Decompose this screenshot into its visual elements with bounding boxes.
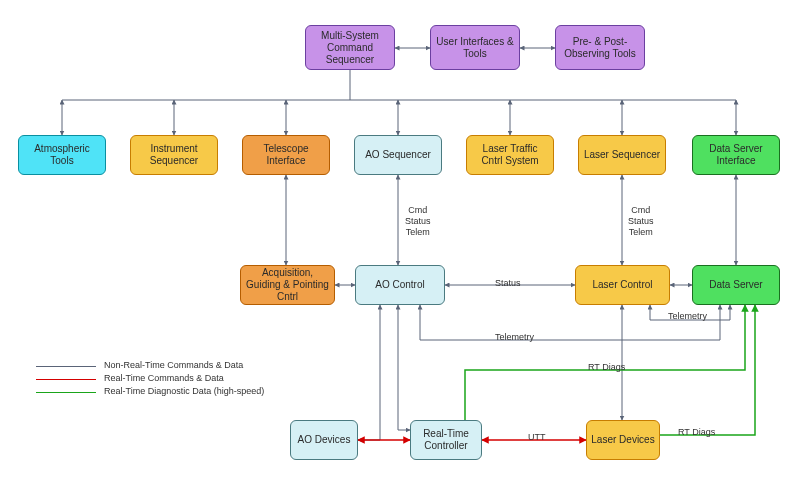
node-label: Multi-System Command Sequencer — [310, 30, 390, 66]
node-laser-traffic-control: Laser Traffic Cntrl System — [466, 135, 554, 175]
node-atmospheric-tools: Atmospheric Tools — [18, 135, 106, 175]
node-label: Telescope Interface — [247, 143, 325, 167]
node-label: Laser Devices — [591, 434, 654, 446]
node-ao-control: AO Control — [355, 265, 445, 305]
legend-row: Non-Real-Time Commands & Data — [36, 360, 274, 371]
node-laser-devices: Laser Devices — [586, 420, 660, 460]
node-label: AO Control — [375, 279, 424, 291]
node-pre-post-observing: Pre- & Post-Observing Tools — [555, 25, 645, 70]
legend-row: Real-Time Commands & Data — [36, 373, 274, 384]
node-label: Instrument Sequencer — [135, 143, 213, 167]
node-label: Data Server — [709, 279, 762, 291]
node-label: AO Devices — [298, 434, 351, 446]
legend-label: Non-Real-Time Commands & Data — [104, 360, 274, 371]
node-label: Laser Traffic Cntrl System — [471, 143, 549, 167]
legend-label: Real-Time Commands & Data — [104, 373, 274, 384]
node-multi-system-sequencer: Multi-System Command Sequencer — [305, 25, 395, 70]
node-label: Real-Time Controller — [415, 428, 477, 452]
node-label: Laser Control — [592, 279, 652, 291]
node-label: Atmospheric Tools — [23, 143, 101, 167]
node-label: Acquisition, Guiding & Pointing Cntrl — [245, 267, 330, 303]
edge-label-utt: UTT — [528, 432, 546, 443]
legend-swatch-rtdiag — [36, 392, 96, 393]
node-real-time-controller: Real-Time Controller — [410, 420, 482, 460]
edge-label-rtdiags-lower: RT Diags — [678, 427, 715, 438]
node-telescope-interface: Telescope Interface — [242, 135, 330, 175]
edge-label-telemetry-upper: Telemetry — [668, 311, 707, 322]
node-label: Data Server Interface — [697, 143, 775, 167]
node-acquisition-guiding: Acquisition, Guiding & Pointing Cntrl — [240, 265, 335, 305]
node-ao-devices: AO Devices — [290, 420, 358, 460]
node-laser-sequencer: Laser Sequencer — [578, 135, 666, 175]
legend-swatch-nonrt — [36, 366, 96, 367]
edge-label-rtdiags-upper: RT Diags — [588, 362, 625, 373]
node-label: Laser Sequencer — [584, 149, 660, 161]
node-label: User Interfaces & Tools — [435, 36, 515, 60]
connectors — [0, 0, 800, 501]
node-label: Pre- & Post-Observing Tools — [560, 36, 640, 60]
edge-label-cmd-right: Cmd Status Telem — [628, 205, 654, 237]
legend: Non-Real-Time Commands & Data Real-Time … — [36, 360, 274, 398]
node-label: AO Sequencer — [365, 149, 431, 161]
edge-label-telemetry-lower: Telemetry — [495, 332, 534, 343]
node-instrument-sequencer: Instrument Sequencer — [130, 135, 218, 175]
node-ao-sequencer: AO Sequencer — [354, 135, 442, 175]
edge-label-status: Status — [495, 278, 521, 289]
legend-swatch-rt — [36, 379, 96, 380]
legend-label: Real-Time Diagnostic Data (high-speed) — [104, 386, 274, 397]
edge-label-cmd-left: Cmd Status Telem — [405, 205, 431, 237]
node-user-interfaces: User Interfaces & Tools — [430, 25, 520, 70]
node-data-server: Data Server — [692, 265, 780, 305]
node-laser-control: Laser Control — [575, 265, 670, 305]
legend-row: Real-Time Diagnostic Data (high-speed) — [36, 386, 274, 397]
node-data-server-interface: Data Server Interface — [692, 135, 780, 175]
